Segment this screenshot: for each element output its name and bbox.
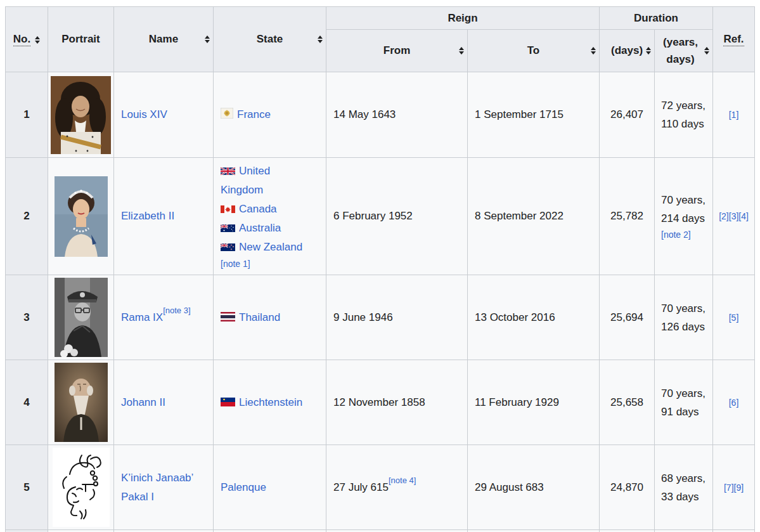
column-header-to[interactable]: To: [468, 30, 600, 72]
reign-from-text: 27 July 615: [333, 481, 389, 493]
table-row: 5: [6, 445, 755, 530]
name-cell: Elizabeth II: [114, 158, 214, 275]
duration-days-cell: 25,658: [600, 360, 655, 445]
state-entry: New Zealand: [221, 238, 322, 257]
portrait-cell: [48, 275, 114, 360]
reference-link[interactable]: [1]: [729, 110, 739, 120]
row-number: 1: [6, 72, 48, 158]
header-group-row: No. Portrait Name State Reign Duration R…: [6, 7, 755, 30]
monarch-link[interactable]: Louis XIV: [121, 108, 167, 120]
state-entry: United Kingdom: [221, 162, 295, 200]
portrait-johann-ii[interactable]: [51, 363, 111, 442]
duration-days-cell: 25,782: [600, 158, 655, 275]
portrait-kinich-janaab-pakal[interactable]: [51, 448, 111, 527]
reign-to-cell: 29 August 683: [468, 445, 600, 530]
sort-icon: [205, 36, 210, 43]
column-header-reign-group: Reign: [326, 7, 600, 30]
reign-header-label: Reign: [448, 12, 477, 24]
monarch-link[interactable]: Elizabeth II: [121, 210, 174, 222]
state-entry: Palenque: [221, 478, 322, 497]
to-header-label: To: [527, 44, 540, 56]
sort-icon: [35, 36, 40, 44]
duration-days-cell: 24,870: [600, 445, 655, 530]
no-header-label: No.: [13, 33, 30, 46]
sort-icon: [591, 47, 596, 55]
state-header-label: State: [257, 33, 283, 45]
portrait-cell: [48, 530, 114, 532]
duration-years-cell: 68 years, 33 days: [655, 445, 713, 530]
duration-note: [note 2]: [661, 228, 711, 242]
portrait-louis-xiv[interactable]: [51, 76, 111, 154]
state-link[interactable]: Australia: [239, 222, 281, 234]
duration-days-cell: 26,407: [600, 72, 655, 158]
flag-thailand-icon[interactable]: [221, 312, 235, 321]
column-header-name[interactable]: Name: [114, 7, 214, 72]
state-cell: United Kingdom Canada Australia New Zeal…: [214, 158, 326, 275]
state-link[interactable]: Liechtenstein: [239, 396, 302, 408]
state-link[interactable]: New Zealand: [239, 241, 302, 253]
state-entry: Thailand: [221, 308, 322, 327]
duration-days-line: 33 days: [661, 491, 699, 503]
portrait-cell: [48, 445, 114, 530]
duration-years-line: 68 years,: [661, 472, 705, 484]
state-link[interactable]: Canada: [239, 203, 277, 215]
state-link[interactable]: Palenque: [221, 481, 266, 493]
name-cell: [114, 530, 214, 532]
flag-canada-icon[interactable]: [221, 205, 235, 213]
duration-days-line: 91 days: [661, 406, 699, 418]
ref-cell: [1]: [713, 72, 755, 158]
duration-years-cell: 70 years, 214 days [note 2]: [655, 158, 713, 275]
note-link[interactable]: [note 4]: [389, 476, 416, 485]
reign-to-cell: 11 February 1929: [468, 360, 600, 445]
ref-cell: [713, 530, 755, 532]
name-header-label: Name: [149, 33, 178, 45]
flag-new-zealand-icon[interactable]: [221, 243, 235, 251]
reference-link[interactable]: [5]: [729, 313, 739, 323]
reign-to-cell: [468, 530, 600, 532]
longest-reigning-monarchs-table: No. Portrait Name State Reign Duration R…: [5, 6, 755, 532]
row-number: 3: [6, 275, 48, 360]
flag-royal-standard-of-france-icon[interactable]: [221, 108, 233, 119]
sort-icon: [646, 47, 651, 55]
note-link[interactable]: [note 1]: [221, 259, 250, 269]
reign-from-cell: 27 July 615[note 4]: [326, 445, 468, 530]
column-header-years-days[interactable]: (years, days): [655, 30, 713, 72]
name-cell: K’inich Janaab’ Pakal I: [114, 445, 214, 530]
flag-liechtenstein-icon[interactable]: [221, 398, 235, 406]
state-link[interactable]: France: [237, 108, 271, 120]
note-link[interactable]: [note 2]: [661, 230, 691, 240]
monarch-link[interactable]: K’inich Janaab’ Pakal I: [121, 472, 193, 503]
state-entry: Australia: [221, 219, 322, 238]
portrait-elizabeth-ii[interactable]: [51, 176, 111, 257]
state-cell: Liechtenstein: [214, 360, 326, 445]
sort-icon: [318, 36, 323, 43]
monarch-link[interactable]: Johann II: [121, 396, 165, 408]
name-cell: Johann II: [114, 360, 214, 445]
flag-united-kingdom-icon[interactable]: [221, 167, 235, 175]
portrait-rama-ix[interactable]: [51, 278, 111, 357]
duration-years-cell: 70 years, 126 days: [655, 275, 713, 360]
reference-link[interactable]: [7][9]: [724, 483, 744, 493]
note-link[interactable]: [note 3]: [163, 306, 190, 315]
column-header-days[interactable]: (days): [600, 30, 655, 72]
monarch-link[interactable]: Rama IX: [121, 311, 163, 323]
state-cell: France: [214, 72, 326, 158]
column-header-from[interactable]: From: [326, 30, 468, 72]
reference-link[interactable]: [2][3][4]: [719, 211, 749, 221]
reference-link[interactable]: [6]: [729, 398, 739, 408]
reign-from-cell: 12 November 1858: [326, 360, 468, 445]
state-cell: Thailand: [214, 275, 326, 360]
column-header-state[interactable]: State: [214, 7, 326, 72]
ref-header-label: Ref.: [723, 33, 744, 46]
column-header-no[interactable]: No.: [6, 7, 48, 72]
reign-from-cell: 9 June 1946: [326, 275, 468, 360]
duration-years-line: 70 years,: [661, 194, 705, 206]
table-row: 4: [6, 360, 755, 445]
days-header-label: (days): [611, 44, 643, 56]
table-row-partial: [6, 530, 755, 532]
flag-australia-icon[interactable]: [221, 224, 235, 232]
duration-years-cell: 72 years, 110 days: [655, 72, 713, 158]
years-days-header-label: (years, days): [659, 34, 702, 68]
state-entry: France: [221, 105, 322, 124]
state-link[interactable]: Thailand: [239, 311, 280, 323]
